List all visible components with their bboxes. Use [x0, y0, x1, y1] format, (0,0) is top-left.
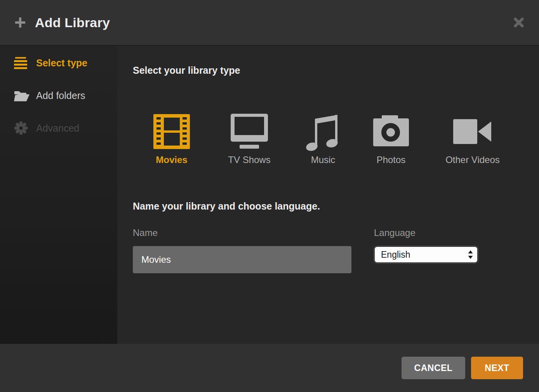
video-camera-icon [453, 112, 492, 151]
sidebar-item-label: Advanced [36, 123, 79, 134]
library-type-tv-shows[interactable]: TV Shows [220, 112, 278, 165]
dialog-title: Add Library [35, 15, 110, 30]
library-type-label: TV Shows [228, 154, 270, 165]
sidebar-item-label: Add folders [36, 90, 85, 101]
select-arrows-icon [468, 250, 473, 259]
music-notes-icon [305, 112, 341, 151]
add-library-dialog: Add Library Select type [0, 0, 539, 392]
close-icon[interactable] [513, 17, 524, 28]
camera-icon [373, 112, 409, 151]
library-type-label: Movies [156, 154, 187, 165]
name-language-heading: Name your library and choose language. [133, 200, 539, 212]
name-language-form: Name Language English [133, 227, 539, 273]
library-type-label: Other Videos [445, 154, 500, 165]
next-button[interactable]: NEXT [471, 357, 523, 379]
wizard-steps-sidebar: Select type Add folders [0, 46, 117, 344]
sidebar-item-add-folders[interactable]: Add folders [0, 79, 117, 112]
language-select[interactable]: English [374, 246, 478, 263]
library-type-photos[interactable]: Photos [368, 112, 414, 165]
language-selected-value: English [381, 250, 410, 260]
library-type-heading: Select your library type [133, 64, 539, 76]
dialog-body: Select type Add folders [0, 46, 539, 344]
open-folder-icon [14, 90, 30, 102]
gear-icon [14, 121, 30, 135]
library-type-other-videos[interactable]: Other Videos [436, 112, 509, 165]
plus-icon [14, 16, 26, 29]
cancel-button[interactable]: CANCEL [402, 357, 465, 379]
step-content: Select your library type [117, 46, 539, 344]
sidebar-item-select-type[interactable]: Select type [0, 47, 117, 79]
name-field-group: Name [133, 227, 351, 273]
name-field-label: Name [133, 227, 351, 238]
language-field-label: Language [374, 227, 478, 238]
library-type-music[interactable]: Music [300, 112, 346, 165]
tv-icon [231, 112, 268, 151]
dialog-header: Add Library [0, 0, 539, 46]
list-lines-icon [14, 57, 30, 69]
filmstrip-icon [153, 112, 190, 151]
sidebar-item-advanced[interactable]: Advanced [0, 112, 117, 144]
library-type-movies[interactable]: Movies [144, 112, 199, 165]
library-type-label: Photos [377, 154, 406, 165]
sidebar-item-label: Select type [36, 57, 87, 69]
dialog-footer: CANCEL NEXT [0, 344, 539, 392]
library-type-picker: Movies TV Shows [133, 112, 539, 165]
language-field-group: Language English [374, 227, 478, 273]
library-name-input[interactable] [133, 246, 351, 273]
library-type-label: Music [311, 154, 336, 165]
